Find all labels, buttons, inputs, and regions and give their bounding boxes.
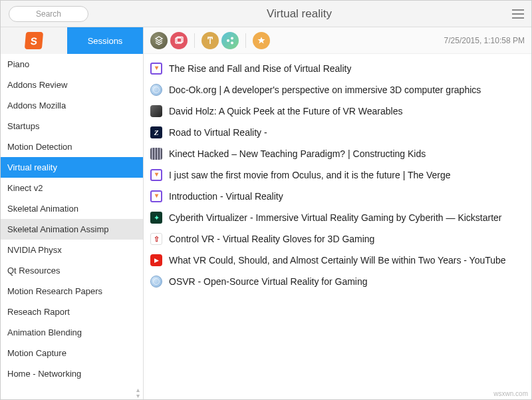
sidebar-item[interactable]: Motion Capture	[1, 343, 143, 363]
sidebar-item-label: Skeletal Animation	[7, 204, 78, 214]
tab-logo[interactable]: S	[1, 27, 67, 54]
sidebar-item[interactable]: Reseach Raport	[1, 301, 143, 322]
sidebar-item[interactable]: Motion Research Papers	[1, 281, 143, 301]
link-title: The Rise and Fall and Rise of Virtual Re…	[169, 63, 351, 74]
favicon	[150, 190, 162, 202]
link-row[interactable]: Road to Virtual Reality -	[146, 122, 529, 143]
link-title: Road to Virtual Reality -	[169, 127, 267, 138]
logo-icon: S	[25, 32, 43, 49]
star-icon[interactable]	[253, 32, 270, 49]
sidebar-item[interactable]: Addons Review	[1, 75, 143, 95]
link-row[interactable]: David Holz: A Quick Peek at the Future o…	[146, 100, 529, 122]
sidebar-item-label: Piano	[7, 59, 29, 69]
link-row[interactable]: Introduction - Virtual Reality	[146, 186, 529, 207]
link-title: Introduction - Virtual Reality	[169, 191, 283, 202]
link-row[interactable]: Cyberith Virtualizer - Immersive Virtual…	[146, 207, 529, 228]
svg-point-2	[227, 39, 229, 42]
sidebar-item[interactable]: Virtual reality	[1, 157, 143, 178]
link-title: Doc-Ok.org | A developer's perspective o…	[169, 85, 481, 95]
toolbar-separator	[194, 33, 195, 48]
chevron-down-icon: ▾	[136, 393, 140, 399]
link-title: What VR Could, Should, and Almost Certai…	[169, 255, 506, 266]
sidebar-item-label: Virtual reality	[7, 162, 57, 172]
tab-sessions[interactable]: Sessions	[67, 27, 143, 54]
menu-icon[interactable]	[510, 6, 526, 22]
favicon	[150, 276, 162, 288]
favicon	[150, 105, 162, 117]
link-row[interactable]: The Rise and Fall and Rise of Virtual Re…	[146, 58, 529, 79]
search-placeholder: Search	[36, 9, 61, 19]
body: S Sessions PianoAddons ReviewAddons Mozi…	[1, 27, 531, 399]
sidebar-item[interactable]: Skeletal Animation Assimp	[1, 219, 143, 240]
sidebar-item-label: Reseach Raport	[7, 307, 70, 317]
scroll-handle[interactable]: ▴ ▾	[134, 387, 142, 399]
page-title: Virtual reality	[88, 7, 510, 21]
favicon	[150, 254, 162, 266]
search-input[interactable]: Search	[9, 6, 88, 22]
favicon	[150, 233, 162, 245]
sidebar-item[interactable]: Home - Networking	[1, 363, 143, 384]
sidebar-item[interactable]: Animation Blending	[1, 322, 143, 343]
link-title: OSVR - Open-Source Virtual Reality for G…	[169, 276, 368, 287]
favicon	[150, 212, 162, 224]
favicon	[150, 84, 162, 96]
svg-point-3	[231, 37, 233, 39]
tab-sessions-label: Sessions	[88, 36, 123, 46]
photos-icon[interactable]	[170, 32, 188, 49]
stack-icon[interactable]	[150, 32, 168, 49]
sidebar-item[interactable]: Skeletal Animation	[1, 198, 143, 219]
sidebar-item-label: Kinect v2	[7, 183, 43, 193]
sidebar-item-label: Animation Blending	[7, 327, 82, 337]
link-row[interactable]: I just saw the first movie from Oculus, …	[146, 164, 529, 186]
sidebar-item-label: Motion Research Papers	[7, 286, 102, 296]
sidebar-item[interactable]: Motion Detection	[1, 136, 143, 157]
sidebar-item[interactable]: Kinect v2	[1, 178, 143, 198]
favicon	[150, 169, 162, 181]
link-title: David Holz: A Quick Peek at the Future o…	[169, 106, 402, 116]
sidebar-item-label: Startups	[7, 121, 39, 131]
sidebar-item-label: Addons Mozilla	[7, 100, 66, 110]
sidebar-item[interactable]: Addons Mozilla	[1, 95, 143, 116]
sidebar-item-label: Motion Detection	[7, 142, 72, 152]
sidebar-item[interactable]: Startups	[1, 116, 143, 136]
link-row[interactable]: OSVR - Open-Source Virtual Reality for G…	[146, 271, 529, 292]
sidebar-item[interactable]: Qt Resources	[1, 260, 143, 281]
sidebar: S Sessions PianoAddons ReviewAddons Mozi…	[1, 27, 144, 399]
link-title: Kinect Hacked – New Teaching Paradigm? |…	[169, 148, 426, 159]
timestamp: 7/25/2015, 1:10:58 PM	[444, 36, 525, 45]
sidebar-item[interactable]: Piano	[1, 54, 143, 75]
sidebar-item-label: Addons Review	[7, 80, 67, 90]
toolbar: 7/25/2015, 1:10:58 PM	[144, 27, 531, 54]
favicon	[150, 63, 162, 75]
app-window: Search Virtual reality S Sessions PianoA…	[0, 0, 532, 400]
svg-point-4	[231, 41, 233, 44]
sidebar-item-label: Home - Networking	[7, 369, 81, 379]
link-list[interactable]: The Rise and Fall and Rise of Virtual Re…	[144, 54, 531, 399]
link-title: Control VR - Virtual Reality Gloves for …	[169, 234, 374, 244]
link-title: I just saw the first movie from Oculus, …	[169, 170, 451, 180]
sidebar-item-label: Motion Capture	[7, 348, 66, 358]
share-icon[interactable]	[221, 32, 239, 49]
sidebar-item-label: Skeletal Animation Assimp	[7, 224, 108, 234]
favicon	[150, 126, 162, 138]
toolbar-separator	[245, 33, 246, 48]
link-title: Cyberith Virtualizer - Immersive Virtual…	[169, 212, 502, 223]
link-row[interactable]: Kinect Hacked – New Teaching Paradigm? |…	[146, 143, 529, 164]
main-panel: 7/25/2015, 1:10:58 PM The Rise and Fall …	[144, 27, 531, 399]
sidebar-item[interactable]: NVIDIA Physx	[1, 240, 143, 260]
link-row[interactable]: Doc-Ok.org | A developer's perspective o…	[146, 79, 529, 100]
sidebar-tabs: S Sessions	[1, 27, 143, 54]
favicon	[150, 148, 162, 160]
sidebar-item-label: NVIDIA Physx	[7, 245, 62, 255]
link-row[interactable]: What VR Could, Should, and Almost Certai…	[146, 250, 529, 271]
link-row[interactable]: Control VR - Virtual Reality Gloves for …	[146, 228, 529, 250]
sidebar-item-label: Qt Resources	[7, 266, 60, 276]
anchor-icon[interactable]	[201, 32, 219, 49]
header-bar: Search Virtual reality	[1, 1, 531, 27]
session-list[interactable]: PianoAddons ReviewAddons MozillaStartups…	[1, 54, 143, 399]
